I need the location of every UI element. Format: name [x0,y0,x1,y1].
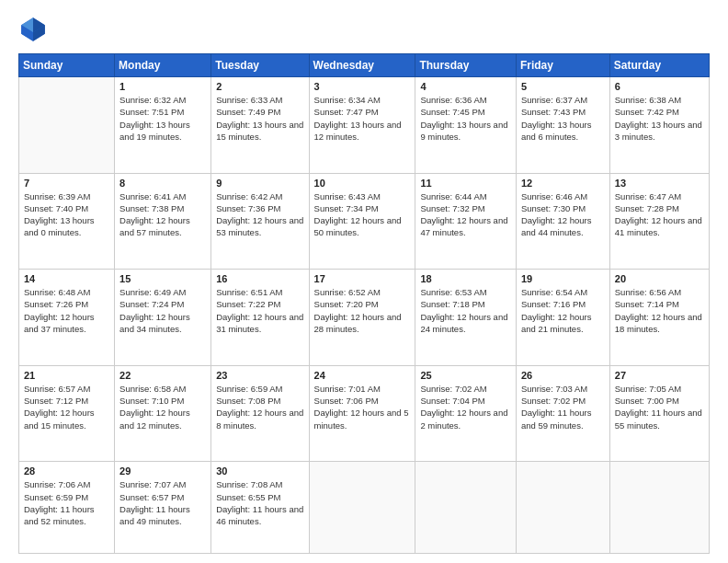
calendar-cell: 11Sunrise: 6:44 AMSunset: 7:32 PMDayligh… [415,173,517,270]
calendar-cell [609,462,709,554]
calendar-cell: 20Sunrise: 6:56 AMSunset: 7:14 PMDayligh… [609,270,709,366]
day-info: Sunrise: 6:53 AMSunset: 7:18 PMDaylight:… [420,286,511,335]
calendar-cell: 23Sunrise: 6:59 AMSunset: 7:08 PMDayligh… [211,365,309,462]
day-number: 3 [314,81,411,92]
day-number: 14 [24,273,109,284]
day-info: Sunrise: 6:32 AMSunset: 7:51 PMDaylight:… [119,94,206,143]
calendar-cell: 12Sunrise: 6:46 AMSunset: 7:30 PMDayligh… [516,173,609,270]
calendar-cell: 2Sunrise: 6:33 AMSunset: 7:49 PMDaylight… [211,77,309,174]
day-number: 18 [420,273,511,284]
day-info: Sunrise: 6:54 AMSunset: 7:16 PMDaylight:… [521,286,605,335]
day-number: 27 [615,370,704,381]
calendar-cell: 13Sunrise: 6:47 AMSunset: 7:28 PMDayligh… [609,173,709,270]
day-number: 7 [24,178,109,189]
calendar-cell [309,462,415,554]
day-info: Sunrise: 6:48 AMSunset: 7:26 PMDaylight:… [24,286,109,335]
day-info: Sunrise: 7:06 AMSunset: 6:59 PMDaylight:… [24,478,109,527]
day-info: Sunrise: 6:43 AMSunset: 7:34 PMDaylight:… [314,190,411,239]
day-info: Sunrise: 6:57 AMSunset: 7:12 PMDaylight:… [24,383,109,431]
day-number: 4 [420,81,511,92]
day-number: 13 [615,178,704,189]
day-info: Sunrise: 7:08 AMSunset: 6:55 PMDaylight:… [216,478,303,527]
calendar-week-5: 28Sunrise: 7:06 AMSunset: 6:59 PMDayligh… [19,462,710,554]
day-number: 17 [314,273,411,284]
calendar-week-1: 1Sunrise: 6:32 AMSunset: 7:51 PMDaylight… [19,77,710,174]
calendar-week-2: 7Sunrise: 6:39 AMSunset: 7:40 PMDaylight… [19,173,710,270]
weekday-header-wednesday: Wednesday [309,54,415,77]
calendar-cell: 18Sunrise: 6:53 AMSunset: 7:18 PMDayligh… [415,270,517,366]
day-info: Sunrise: 7:02 AMSunset: 7:04 PMDaylight:… [420,383,511,431]
logo [18,15,51,44]
calendar-cell: 3Sunrise: 6:34 AMSunset: 7:47 PMDaylight… [309,77,415,174]
day-info: Sunrise: 6:59 AMSunset: 7:08 PMDaylight:… [216,383,303,431]
day-number: 19 [521,273,605,284]
day-number: 24 [314,370,411,381]
calendar-cell: 17Sunrise: 6:52 AMSunset: 7:20 PMDayligh… [309,270,415,366]
day-number: 15 [119,273,206,284]
calendar-cell: 26Sunrise: 7:03 AMSunset: 7:02 PMDayligh… [516,365,609,462]
day-number: 16 [216,273,303,284]
day-info: Sunrise: 6:58 AMSunset: 7:10 PMDaylight:… [119,383,206,431]
day-number: 9 [216,178,303,189]
calendar-cell: 4Sunrise: 6:36 AMSunset: 7:45 PMDaylight… [415,77,517,174]
day-info: Sunrise: 7:07 AMSunset: 6:57 PMDaylight:… [119,478,206,527]
calendar-cell: 25Sunrise: 7:02 AMSunset: 7:04 PMDayligh… [415,365,517,462]
day-number: 25 [420,370,511,381]
calendar-cell: 24Sunrise: 7:01 AMSunset: 7:06 PMDayligh… [309,365,415,462]
day-info: Sunrise: 6:41 AMSunset: 7:38 PMDaylight:… [119,190,206,239]
day-number: 10 [314,178,411,189]
day-number: 1 [119,81,206,92]
day-info: Sunrise: 6:37 AMSunset: 7:43 PMDaylight:… [521,94,605,143]
day-number: 20 [615,273,704,284]
calendar-cell: 9Sunrise: 6:42 AMSunset: 7:36 PMDaylight… [211,173,309,270]
calendar-cell: 28Sunrise: 7:06 AMSunset: 6:59 PMDayligh… [19,462,115,554]
day-info: Sunrise: 7:05 AMSunset: 7:00 PMDaylight:… [615,383,704,431]
day-number: 5 [521,81,605,92]
calendar-table: SundayMondayTuesdayWednesdayThursdayFrid… [18,53,710,554]
day-info: Sunrise: 6:56 AMSunset: 7:14 PMDaylight:… [615,286,704,335]
calendar-week-3: 14Sunrise: 6:48 AMSunset: 7:26 PMDayligh… [19,270,710,366]
day-info: Sunrise: 6:44 AMSunset: 7:32 PMDaylight:… [420,190,511,239]
day-number: 11 [420,178,511,189]
calendar-cell: 19Sunrise: 6:54 AMSunset: 7:16 PMDayligh… [516,270,609,366]
logo-icon [18,15,48,44]
day-info: Sunrise: 6:51 AMSunset: 7:22 PMDaylight:… [216,286,303,335]
day-number: 26 [521,370,605,381]
header [18,15,710,44]
day-number: 29 [119,465,206,477]
day-number: 8 [119,178,206,189]
calendar-cell: 10Sunrise: 6:43 AMSunset: 7:34 PMDayligh… [309,173,415,270]
day-number: 12 [521,178,605,189]
day-info: Sunrise: 6:42 AMSunset: 7:36 PMDaylight:… [216,190,303,239]
calendar-cell [415,462,517,554]
weekday-header-row: SundayMondayTuesdayWednesdayThursdayFrid… [19,54,710,77]
weekday-header-tuesday: Tuesday [211,54,309,77]
calendar-cell: 6Sunrise: 6:38 AMSunset: 7:42 PMDaylight… [609,77,709,174]
day-number: 23 [216,370,303,381]
day-info: Sunrise: 6:39 AMSunset: 7:40 PMDaylight:… [24,190,109,239]
day-number: 6 [615,81,704,92]
calendar-cell: 8Sunrise: 6:41 AMSunset: 7:38 PMDaylight… [115,173,211,270]
page: SundayMondayTuesdayWednesdayThursdayFrid… [0,0,728,563]
calendar-cell: 7Sunrise: 6:39 AMSunset: 7:40 PMDaylight… [19,173,115,270]
day-info: Sunrise: 7:03 AMSunset: 7:02 PMDaylight:… [521,383,605,431]
day-info: Sunrise: 7:01 AMSunset: 7:06 PMDaylight:… [314,383,411,431]
weekday-header-sunday: Sunday [19,54,115,77]
calendar-cell: 1Sunrise: 6:32 AMSunset: 7:51 PMDaylight… [115,77,211,174]
day-info: Sunrise: 6:33 AMSunset: 7:49 PMDaylight:… [216,94,303,143]
day-info: Sunrise: 6:38 AMSunset: 7:42 PMDaylight:… [615,94,704,143]
day-info: Sunrise: 6:34 AMSunset: 7:47 PMDaylight:… [314,94,411,143]
calendar-cell [516,462,609,554]
day-info: Sunrise: 6:46 AMSunset: 7:30 PMDaylight:… [521,190,605,239]
calendar-week-4: 21Sunrise: 6:57 AMSunset: 7:12 PMDayligh… [19,365,710,462]
day-info: Sunrise: 6:36 AMSunset: 7:45 PMDaylight:… [420,94,511,143]
weekday-header-monday: Monday [115,54,211,77]
calendar-cell: 29Sunrise: 7:07 AMSunset: 6:57 PMDayligh… [115,462,211,554]
calendar-cell: 27Sunrise: 7:05 AMSunset: 7:00 PMDayligh… [609,365,709,462]
weekday-header-friday: Friday [516,54,609,77]
day-number: 28 [24,465,109,477]
weekday-header-saturday: Saturday [609,54,709,77]
day-number: 21 [24,370,109,381]
day-number: 2 [216,81,303,92]
calendar-cell [19,77,115,174]
